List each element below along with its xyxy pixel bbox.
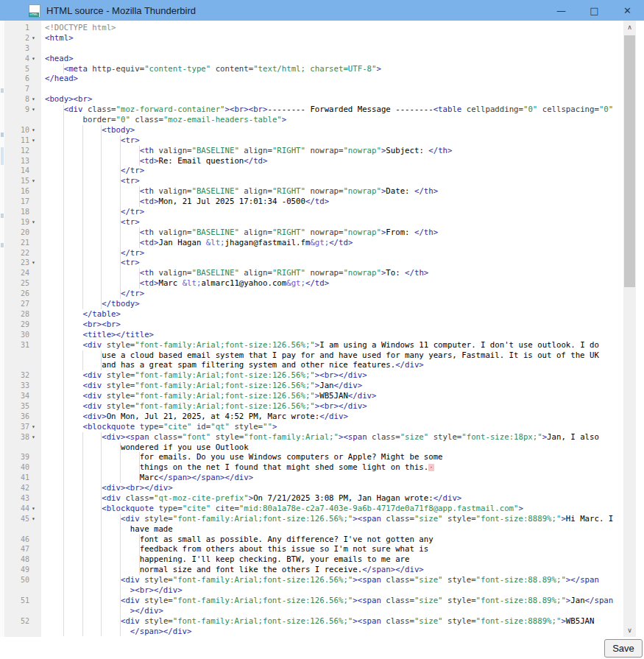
code-line: 44▾ <blockquote type="cite" cite="mid:80…	[4, 504, 623, 514]
line-number	[4, 115, 32, 125]
code-line: 25 <td>Marc &lt;almarc11@yahoo.com&gt;</…	[4, 278, 623, 289]
fold-marker-icon[interactable]: ▾	[32, 432, 41, 443]
fold-marker-icon	[32, 524, 41, 535]
save-button[interactable]: Save	[604, 639, 643, 658]
fold-marker-icon[interactable]: ▾	[32, 135, 41, 146]
code-text: <div><span class="font" style="font-fami…	[41, 432, 599, 443]
scroll-up-icon[interactable]: ∧	[623, 21, 636, 34]
line-number: 29	[4, 320, 32, 330]
code-line: 39 for emails. Do you use Windows comput…	[4, 452, 623, 462]
fold-marker-icon	[32, 320, 41, 330]
code-line: 20 <th valign="BASELINE" align="RIGHT" n…	[4, 228, 623, 238]
code-line: 10▾ <tbody>	[4, 125, 623, 135]
fold-marker-icon	[32, 74, 41, 84]
fold-marker-icon[interactable]: ▾	[32, 105, 41, 115]
line-number: 19	[4, 217, 32, 228]
code-text: for emails. Do you use Windows computers…	[41, 452, 443, 462]
fold-marker-icon[interactable]: ▾	[32, 514, 41, 524]
code-line: 24 <th valign="BASELINE" align="RIGHT" n…	[4, 268, 623, 278]
code-text: have made	[41, 524, 173, 535]
code-text: <div><br></div>	[41, 483, 173, 493]
code-text: </tr>	[41, 207, 144, 217]
code-line: border="0" class="moz-email-headers-tabl…	[4, 115, 623, 125]
line-number: 25	[4, 278, 32, 289]
code-line: 21 <td>Jan Hagan &lt;jhagan@fastmail.fm&…	[4, 238, 623, 248]
code-text: </tr>	[41, 248, 144, 258]
code-text: <head>	[41, 54, 74, 64]
code-line: 42 <div><br></div>	[4, 483, 623, 493]
code-line: 16 <th valign="BASELINE" align="RIGHT" n…	[4, 186, 623, 197]
scroll-down-icon[interactable]: ∨	[623, 624, 636, 637]
code-text: <td>Re: Email question</td>	[41, 156, 267, 166]
line-number: 26	[4, 289, 32, 299]
line-number: 35	[4, 401, 32, 412]
code-line: and has a great spam filtering system an…	[4, 360, 623, 370]
code-text: <div style="font-family:Arial;font-size:…	[41, 616, 594, 627]
code-text: <div style="font-family:Arial;font-size:…	[41, 575, 599, 585]
line-number: 46	[4, 535, 32, 545]
fold-marker-icon	[32, 228, 41, 238]
fold-marker-icon	[32, 627, 41, 637]
fold-marker-icon	[32, 186, 41, 197]
fold-marker-icon[interactable]: ▾	[32, 504, 41, 514]
code-line: ></div>	[4, 606, 623, 616]
code-text: </tr>	[41, 166, 144, 176]
line-number: 8	[4, 94, 32, 105]
code-line: use a cloud based email system that I pa…	[4, 350, 623, 361]
line-number: 21	[4, 238, 32, 248]
code-line: 35 <div style="font-family:Arial;font-si…	[4, 401, 623, 412]
line-number: 4	[4, 54, 32, 64]
code-text: <tr>	[41, 258, 140, 268]
code-text: <th valign="BASELINE" align="RIGHT" nowr…	[41, 186, 438, 197]
fold-marker-icon[interactable]: ▾	[32, 125, 41, 135]
fold-marker-icon	[32, 452, 41, 462]
code-line: 9▾ <div class="moz-forward-container"><b…	[4, 105, 623, 115]
code-line: 4▾<head>	[4, 54, 623, 64]
fold-marker-icon[interactable]: ▾	[32, 54, 41, 64]
line-number: 36	[4, 412, 32, 422]
fold-marker-icon	[32, 360, 41, 370]
code-text: <div style="font-family:Arial;font-size:…	[41, 370, 367, 381]
code-text: <td>Jan Hagan &lt;jhagan@fastmail.fm&gt;…	[41, 238, 353, 248]
code-text: <br><br>	[41, 320, 121, 330]
fold-marker-icon	[32, 596, 41, 606]
fold-marker-icon[interactable]: ▾	[32, 33, 41, 43]
line-number: 28	[4, 309, 32, 320]
fold-marker-icon[interactable]: ▾	[32, 258, 41, 268]
fold-marker-icon	[32, 401, 41, 412]
fold-marker-icon	[32, 166, 41, 176]
line-number: 3	[4, 43, 32, 54]
code-text	[41, 84, 45, 94]
code-text: <tr>	[41, 217, 140, 228]
fold-marker-icon[interactable]: ▾	[32, 94, 41, 105]
maximize-button[interactable]: □	[578, 0, 611, 21]
code-text: and has a great spam filtering system an…	[41, 360, 424, 370]
minimize-button[interactable]: —	[545, 0, 578, 21]
code-text: <blockquote type="cite" id="qt" style=""…	[41, 422, 277, 432]
fold-marker-icon	[32, 115, 41, 125]
code-text: border="0" class="moz-email-headers-tabl…	[41, 115, 286, 125]
code-line: 47 feedback from others about this issue…	[4, 544, 623, 554]
fold-marker-icon	[32, 443, 41, 453]
close-button[interactable]: ✕	[611, 0, 644, 21]
line-number: 49	[4, 565, 32, 575]
vertical-scrollbar[interactable]: ∧ ∨	[623, 21, 636, 637]
line-number: 30	[4, 330, 32, 340]
code-line: 1<!DOCTYPE html>	[4, 23, 623, 33]
line-number: 31	[4, 340, 32, 350]
code-line: 49 normal size and font like the others …	[4, 565, 623, 575]
fold-marker-icon[interactable]: ▾	[32, 217, 41, 228]
scrollbar-thumb[interactable]	[624, 35, 635, 287]
line-number: 44	[4, 504, 32, 514]
code-line: 27 </tbody>	[4, 299, 623, 309]
code-line: 2▾<html>	[4, 33, 623, 43]
code-line: 29 <br><br>	[4, 320, 623, 330]
code-line: 23▾ <tr>	[4, 258, 623, 268]
fold-marker-icon[interactable]: ▾	[32, 422, 41, 432]
code-line: 19▾ <tr>	[4, 217, 623, 228]
code-text: <tr>	[41, 135, 140, 146]
code-text: <tbody>	[41, 125, 135, 135]
code-line: 36 <div>On Mon, Jul 21, 2025, at 4:52 PM…	[4, 412, 623, 422]
fold-marker-icon	[32, 238, 41, 248]
fold-marker-icon[interactable]: ▾	[32, 176, 41, 186]
